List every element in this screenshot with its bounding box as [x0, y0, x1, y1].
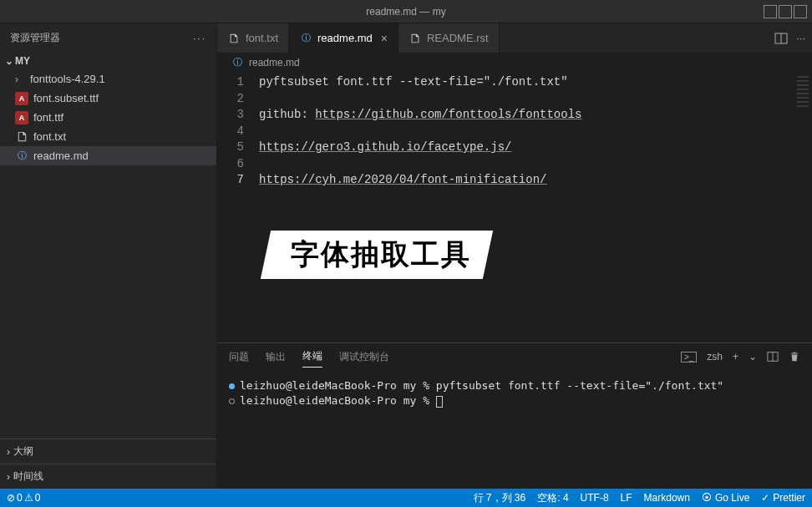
section-label: 时间线 — [13, 469, 43, 484]
code-content[interactable]: pyftsubset font.ttf --text-file="./font.… — [259, 74, 812, 342]
more-actions-icon[interactable]: ··· — [796, 32, 805, 44]
sidebar-item-file[interactable]: A font.subset.ttf — [0, 89, 216, 108]
tab-bar: font.txt ⓘ readme.md × README.rst ··· — [217, 23, 812, 53]
prompt-bullet-icon — [229, 383, 235, 389]
chevron-down-icon[interactable]: ⌄ — [749, 351, 757, 363]
terminal[interactable]: leizhuo@leideMacBook-Pro my % pyftsubset… — [217, 370, 812, 489]
text-file-icon — [409, 32, 422, 45]
error-icon: ⊘ — [7, 492, 15, 504]
file-label: readme.md — [33, 150, 89, 162]
layout-secondary-icon[interactable] — [794, 5, 807, 18]
sidebar-header: 资源管理器 ··· — [0, 23, 216, 53]
sidebar: 资源管理器 ··· ⌄ MY › fonttools-4.29.1 A font… — [0, 23, 217, 489]
sidebar-item-file[interactable]: font.txt — [0, 127, 216, 146]
info-icon: ⓘ — [15, 150, 28, 163]
terminal-line: leizhuo@leideMacBook-Pro my % — [229, 393, 800, 408]
breadcrumb[interactable]: ⓘ readme.md — [217, 53, 812, 73]
panel-tabs: 问题 输出 终端 调试控制台 >_ zsh + ⌄ — [217, 343, 812, 370]
sidebar-section-outline[interactable]: › 大纲 — [0, 439, 216, 464]
code-line[interactable] — [259, 91, 812, 108]
panel-tab-problems[interactable]: 问题 — [229, 347, 249, 368]
tab-label: README.rst — [427, 32, 489, 44]
info-icon: ⓘ — [299, 32, 312, 45]
check-icon: ✓ — [761, 492, 769, 504]
terminal-launch-icon[interactable]: >_ — [681, 352, 697, 363]
text-file-icon — [15, 130, 28, 144]
status-bar: ⊘ 0 ⚠ 0 行 7，列 36 空格: 4 UTF-8 LF Markdown… — [0, 489, 812, 507]
split-terminal-icon[interactable] — [767, 351, 779, 363]
status-prettier[interactable]: ✓ Prettier — [761, 492, 805, 504]
file-label: fonttools-4.29.1 — [30, 73, 105, 85]
status-encoding[interactable]: UTF-8 — [581, 492, 609, 504]
file-label: font.ttf — [33, 111, 63, 124]
editor[interactable]: 1234567 pyftsubset font.ttf --text-file=… — [217, 73, 812, 342]
chevron-right-icon: › — [7, 446, 10, 458]
terminal-line: leizhuo@leideMacBook-Pro my % pyftsubset… — [229, 378, 800, 393]
prompt-bullet-icon — [229, 398, 235, 404]
split-editor-icon[interactable] — [774, 32, 788, 45]
chevron-down-icon: ⌄ — [3, 55, 15, 67]
info-icon: ⓘ — [231, 56, 244, 69]
status-problems[interactable]: ⊘ 0 ⚠ 0 — [7, 492, 40, 504]
layout-primary-icon[interactable] — [764, 5, 777, 18]
sidebar-section-timeline[interactable]: › 时间线 — [0, 464, 216, 489]
explorer-title: 资源管理器 — [10, 31, 60, 45]
code-line[interactable]: pyftsubset font.ttf --text-file="./font.… — [259, 74, 812, 91]
bottom-panel: 问题 输出 终端 调试控制台 >_ zsh + ⌄ leizhuo@leideM… — [217, 342, 812, 489]
code-line[interactable]: https://cyh.me/2020/04/font-minification… — [259, 172, 812, 189]
new-terminal-icon[interactable]: + — [733, 351, 738, 363]
status-golive[interactable]: ⦿ Go Live — [702, 492, 749, 504]
font-file-icon: A — [15, 92, 28, 105]
caption-overlay: 字体抽取工具 — [261, 231, 493, 279]
tree-root[interactable]: ⌄ MY — [0, 53, 216, 69]
tab-readme-md[interactable]: ⓘ readme.md × — [289, 23, 398, 53]
sidebar-more-icon[interactable]: ··· — [193, 33, 206, 44]
tab-font-txt[interactable]: font.txt — [217, 23, 289, 53]
tab-readme-rst[interactable]: README.rst — [398, 23, 500, 53]
chevron-right-icon: › — [7, 471, 10, 483]
status-cursor[interactable]: 行 7，列 36 — [474, 491, 526, 505]
status-lang[interactable]: Markdown — [644, 492, 690, 504]
code-line[interactable] — [259, 124, 812, 140]
trash-icon[interactable] — [789, 351, 800, 363]
code-line[interactable]: https://gero3.github.io/facetype.js/ — [259, 139, 812, 156]
sidebar-item-file[interactable]: A font.ttf — [0, 108, 216, 127]
tab-label: font.txt — [246, 32, 278, 44]
file-label: font.txt — [33, 130, 66, 143]
file-label: font.subset.ttf — [33, 92, 99, 104]
text-file-icon — [227, 32, 241, 45]
panel-tab-terminal[interactable]: 终端 — [302, 346, 322, 368]
tab-label: readme.md — [317, 32, 373, 44]
code-line[interactable] — [259, 156, 812, 173]
font-file-icon: A — [15, 111, 28, 124]
shell-name[interactable]: zsh — [707, 351, 723, 363]
breadcrumb-label: readme.md — [249, 57, 300, 68]
code-line[interactable]: github: https://github.com/fonttools/fon… — [259, 107, 812, 124]
title-bar: readme.md — my — [0, 0, 812, 23]
broadcast-icon: ⦿ — [702, 492, 712, 504]
sidebar-item-folder[interactable]: › fonttools-4.29.1 — [0, 69, 216, 89]
status-eol[interactable]: LF — [621, 492, 632, 504]
chevron-right-icon: › — [15, 74, 25, 85]
layout-controls — [764, 5, 807, 18]
status-spaces[interactable]: 空格: 4 — [537, 491, 568, 505]
window-title: readme.md — my — [366, 6, 445, 18]
cursor — [436, 396, 443, 408]
panel-tab-output[interactable]: 输出 — [266, 347, 286, 368]
warning-icon: ⚠ — [24, 492, 33, 504]
section-label: 大纲 — [13, 444, 33, 459]
panel-tab-debug[interactable]: 调试控制台 — [339, 347, 389, 368]
layout-panel-icon[interactable] — [779, 5, 792, 18]
line-gutter: 1234567 — [217, 74, 259, 342]
root-folder-label: MY — [15, 55, 30, 67]
sidebar-item-file[interactable]: ⓘ readme.md — [0, 146, 216, 165]
close-icon[interactable]: × — [381, 32, 388, 45]
minimap[interactable] — [797, 76, 809, 109]
